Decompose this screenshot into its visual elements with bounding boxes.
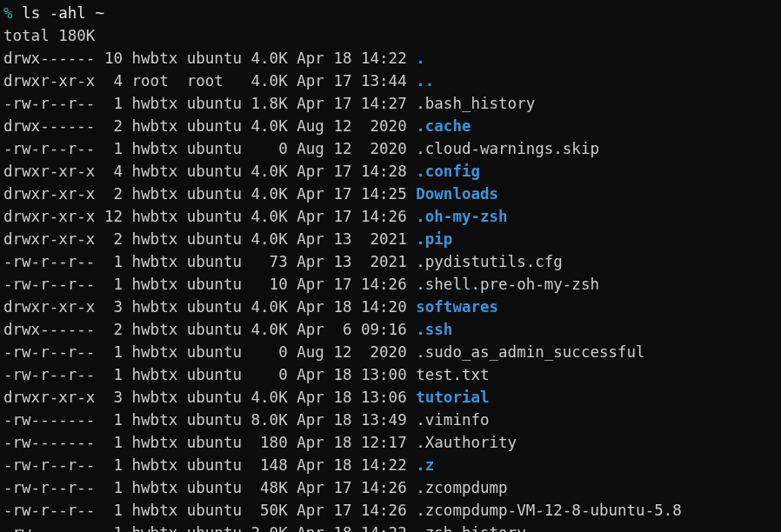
listing-row: -rw-r--r-- 1 hwbtx ubuntu 10 Apr 17 14:2…	[3, 273, 778, 296]
month: Apr	[297, 253, 324, 270]
month: Apr	[297, 50, 324, 67]
size: 4.0K	[251, 208, 288, 225]
size: 4.0K	[251, 389, 288, 406]
link-count: 12	[104, 208, 123, 225]
listing-row: drwxr-xr-x 3 hwbtx ubuntu 4.0K Apr 18 14…	[3, 296, 778, 318]
day: 17	[333, 208, 351, 225]
group: ubuntu	[187, 524, 242, 532]
file-name[interactable]: .cache	[416, 117, 471, 135]
listing-row: -rw-r--r-- 1 hwbtx ubuntu 0 Aug 12 2020 …	[3, 137, 778, 160]
owner: hwbtx	[132, 50, 178, 67]
group: ubuntu	[187, 95, 242, 112]
file-name[interactable]: .zcompdump-VM-12-8-ubuntu-5.8	[416, 502, 682, 519]
permissions: -rw-r--r--	[3, 276, 95, 293]
listing-row: drwx------ 2 hwbtx ubuntu 4.0K Apr 6 09:…	[3, 318, 778, 341]
permissions: drwxr-xr-x	[3, 185, 95, 203]
time: 13:00	[361, 366, 407, 383]
file-name[interactable]: .z	[416, 456, 434, 474]
day: 17	[333, 479, 351, 496]
owner: hwbtx	[132, 208, 178, 225]
time: 14:25	[361, 185, 407, 203]
file-name[interactable]: .sudo_as_admin_successful	[416, 343, 644, 361]
listing-row: -rw------- 1 hwbtx ubuntu 180 Apr 18 12:…	[3, 431, 778, 454]
owner: hwbtx	[132, 411, 178, 429]
owner: hwbtx	[132, 253, 178, 270]
day: 18	[333, 434, 351, 451]
file-name[interactable]: .cloud-warnings.skip	[416, 140, 599, 157]
link-count: 4	[104, 72, 123, 90]
month: Apr	[297, 95, 324, 112]
listing-row: drwxr-xr-x 2 hwbtx ubuntu 4.0K Apr 17 14…	[3, 183, 778, 205]
group: ubuntu	[187, 502, 242, 519]
file-name[interactable]: .shell.pre-oh-my-zsh	[416, 276, 599, 293]
time: 2021	[361, 230, 407, 248]
month: Apr	[297, 72, 324, 90]
group: ubuntu	[187, 479, 242, 496]
link-count: 2	[104, 117, 123, 135]
month: Apr	[297, 230, 324, 248]
day: 18	[333, 298, 351, 316]
file-name[interactable]: .Xauthority	[416, 434, 517, 451]
file-name[interactable]: softwares	[416, 298, 498, 316]
prompt-line[interactable]: % ls -ahl ~	[3, 2, 778, 24]
link-count: 1	[104, 434, 123, 451]
permissions: drwxr-xr-x	[3, 208, 95, 225]
file-name[interactable]: Downloads	[416, 185, 498, 203]
listing-row: -rw-r--r-- 1 hwbtx ubuntu 48K Apr 17 14:…	[3, 476, 778, 499]
time: 14:26	[361, 208, 407, 225]
group: ubuntu	[187, 140, 242, 157]
time: 14:28	[361, 163, 407, 180]
size: 4.0K	[251, 117, 288, 135]
owner: hwbtx	[132, 276, 178, 293]
file-name[interactable]: ..	[416, 72, 434, 90]
link-count: 1	[104, 366, 123, 383]
file-name[interactable]: .	[416, 50, 425, 67]
day: 6	[333, 321, 351, 338]
link-count: 2	[104, 230, 123, 248]
group: ubuntu	[187, 343, 242, 361]
link-count: 1	[104, 343, 123, 361]
day: 17	[333, 502, 351, 519]
owner: hwbtx	[132, 321, 178, 338]
size: 4.0K	[251, 50, 288, 67]
month: Apr	[297, 456, 324, 474]
file-name[interactable]: .pydistutils.cfg	[416, 253, 563, 270]
time: 14:22	[361, 50, 407, 67]
file-name[interactable]: .zcompdump	[416, 479, 507, 496]
file-name[interactable]: .bash_history	[416, 95, 535, 112]
owner: hwbtx	[132, 140, 178, 157]
group: ubuntu	[187, 298, 242, 316]
permissions: -rw-r--r--	[3, 343, 95, 361]
file-name[interactable]: .config	[416, 163, 480, 180]
owner: hwbtx	[132, 434, 178, 451]
day: 12	[333, 117, 351, 135]
permissions: drwxr-xr-x	[3, 72, 95, 90]
permissions: drwx------	[3, 321, 95, 338]
group: ubuntu	[187, 456, 242, 474]
month: Aug	[297, 117, 324, 135]
listing-row: drwxr-xr-x 4 hwbtx ubuntu 4.0K Apr 17 14…	[3, 160, 778, 183]
file-name[interactable]: test.txt	[416, 366, 489, 383]
month: Apr	[297, 163, 324, 180]
link-count: 4	[104, 163, 123, 180]
link-count: 2	[104, 321, 123, 338]
file-name[interactable]: .viminfo	[416, 411, 489, 429]
month: Apr	[297, 185, 324, 203]
month: Apr	[297, 411, 324, 429]
size: 4.0K	[251, 321, 288, 338]
size: 2.0K	[251, 524, 288, 532]
month: Apr	[297, 434, 324, 451]
day: 12	[333, 140, 351, 157]
month: Apr	[297, 276, 324, 293]
link-count: 1	[104, 524, 123, 532]
file-name[interactable]: .zsh_history	[416, 524, 525, 532]
file-name[interactable]: .oh-my-zsh	[416, 208, 507, 225]
file-name[interactable]: .ssh	[416, 321, 452, 338]
file-name[interactable]: .pip	[416, 230, 452, 248]
time: 14:20	[361, 298, 407, 316]
permissions: -rw-r--r--	[3, 456, 95, 474]
time: 09:16	[361, 321, 407, 338]
file-name[interactable]: tutorial	[416, 389, 489, 406]
month: Apr	[297, 366, 324, 383]
file-listing: drwx------ 10 hwbtx ubuntu 4.0K Apr 18 1…	[3, 47, 778, 532]
